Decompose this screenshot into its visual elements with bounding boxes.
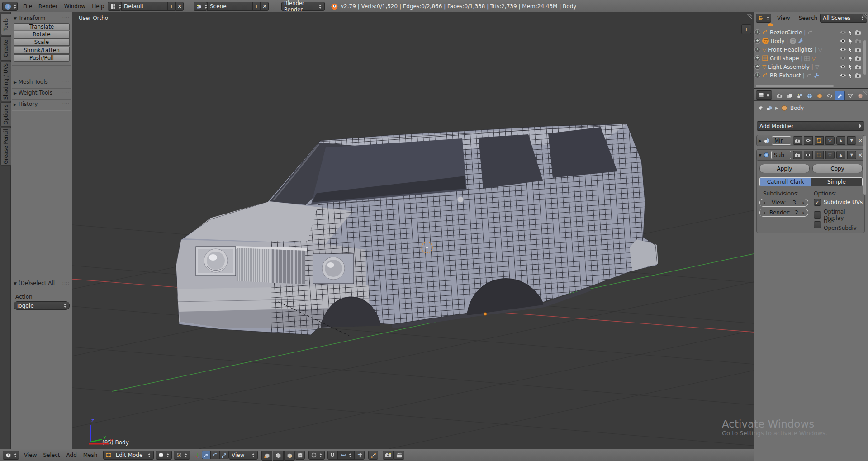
selectability-cursor-icon[interactable] bbox=[848, 38, 853, 44]
viewport-menu-mesh[interactable]: Mesh bbox=[80, 449, 101, 461]
modifier-move-down-button[interactable]: ▼ bbox=[847, 151, 856, 159]
viewport-3d[interactable]: User Ortho (85) Body z y x + bbox=[72, 12, 754, 449]
catmull-clark-button[interactable]: Catmull-Clark bbox=[760, 178, 811, 186]
mesh-tools-panel-header[interactable]: ▶ Mesh Tools :::: bbox=[14, 78, 70, 86]
object-context-icon[interactable] bbox=[766, 105, 773, 111]
outliner-row-light-assembly[interactable]: + ▽ Light Assembly | ▽ bbox=[754, 62, 861, 71]
render-engine-selector[interactable]: Blender Render bbox=[281, 2, 325, 11]
panel-grip-icon[interactable]: :::: bbox=[62, 90, 70, 95]
shelf-tab-grease-pencil[interactable]: Grease Pencil bbox=[0, 128, 11, 166]
modifier-cage-toggle[interactable]: ▽ bbox=[825, 136, 835, 145]
visibility-eye-icon[interactable] bbox=[840, 47, 846, 52]
object-name[interactable]: BezierCircle bbox=[770, 29, 802, 36]
renderability-camera-icon[interactable] bbox=[854, 64, 861, 70]
tab-world[interactable] bbox=[805, 91, 814, 100]
subdivide-uvs-checkbox[interactable]: ✓ bbox=[814, 199, 821, 206]
outliner-display-mode[interactable]: All Scenes bbox=[820, 14, 867, 23]
action-dropdown[interactable]: Toggle bbox=[14, 301, 70, 310]
viewport-menu-view[interactable]: View bbox=[21, 449, 40, 461]
expand-icon[interactable]: + bbox=[754, 47, 760, 52]
render-subdivisions-field[interactable]: ◂ Render: 2 ▸ bbox=[759, 209, 808, 217]
panel-grip-icon[interactable]: :::: bbox=[62, 80, 70, 84]
modifier-cage-toggle[interactable]: ▽ bbox=[825, 151, 835, 159]
viewport-shading-dropdown[interactable] bbox=[156, 451, 172, 460]
visibility-eye-icon[interactable] bbox=[840, 73, 846, 78]
use-opensubdiv-checkbox[interactable] bbox=[814, 221, 821, 228]
menu-file[interactable]: File bbox=[20, 0, 35, 12]
editor-type-info[interactable]: i bbox=[2, 2, 18, 11]
visibility-eye-icon[interactable] bbox=[840, 56, 846, 61]
transform-orientation-dropdown[interactable]: View bbox=[229, 451, 258, 460]
selectability-cursor-icon[interactable] bbox=[848, 72, 853, 79]
object-name[interactable]: Grill shape bbox=[770, 55, 799, 62]
snap-target-button[interactable] bbox=[355, 451, 365, 460]
object-name[interactable]: RR Exhaust bbox=[770, 72, 801, 79]
delete-scene-button[interactable]: ✕ bbox=[261, 2, 269, 11]
menu-help[interactable]: Help bbox=[89, 0, 107, 12]
outliner-resize-grip[interactable] bbox=[861, 13, 868, 20]
renderability-camera-icon[interactable] bbox=[854, 30, 861, 35]
tab-object[interactable] bbox=[815, 91, 824, 100]
viewport-menu-select[interactable]: Select bbox=[40, 449, 63, 461]
modifier-editmode-toggle[interactable] bbox=[815, 151, 824, 159]
outliner-row-rr-exhaust[interactable]: + RR Exhaust | bbox=[754, 71, 861, 80]
manipulator-axes-icon[interactable] bbox=[194, 451, 202, 459]
renderability-camera-icon[interactable] bbox=[854, 38, 861, 44]
tab-constraints[interactable] bbox=[825, 91, 834, 100]
outliner-row-front-headlights[interactable]: + ▽ Front Headlights | ▽ bbox=[754, 45, 861, 54]
scale-button[interactable]: Scale bbox=[14, 38, 70, 46]
tab-modifiers[interactable] bbox=[835, 91, 845, 100]
shelf-tab-tools[interactable]: Tools bbox=[0, 14, 11, 35]
edge-select-button[interactable] bbox=[273, 451, 284, 461]
face-select-button[interactable] bbox=[284, 451, 295, 461]
subsurf-modifier-header[interactable]: ▼ Sub ▽ ▲ ▼ ✕ bbox=[756, 149, 865, 161]
panel-grip-icon[interactable]: :::: bbox=[62, 102, 70, 106]
rotate-manipulator-button[interactable] bbox=[211, 451, 220, 459]
snap-toggle-button[interactable] bbox=[327, 451, 337, 460]
object-name[interactable]: Body bbox=[771, 38, 784, 44]
mode-dropdown[interactable]: Edit Mode bbox=[103, 451, 154, 460]
modifier-name-field[interactable]: Sub bbox=[771, 151, 791, 159]
tab-render[interactable] bbox=[775, 91, 784, 100]
add-modifier-dropdown[interactable]: Add Modifier bbox=[757, 121, 864, 131]
add-scene-button[interactable]: + bbox=[252, 2, 261, 11]
delete-layout-button[interactable]: ✕ bbox=[175, 2, 184, 11]
opengl-render-animation-button[interactable] bbox=[394, 451, 404, 460]
limit-selection-to-visible-button[interactable] bbox=[295, 451, 305, 460]
selectability-cursor-icon[interactable] bbox=[848, 55, 853, 62]
tab-scene[interactable] bbox=[795, 91, 804, 100]
viewport-editor-type[interactable] bbox=[3, 451, 19, 460]
selectability-cursor-icon[interactable] bbox=[848, 29, 853, 36]
modifier-move-up-button[interactable]: ▲ bbox=[836, 136, 845, 145]
expand-icon[interactable]: + bbox=[754, 72, 760, 78]
expand-icon[interactable]: + bbox=[754, 64, 760, 70]
outliner-vertical-scrollbar[interactable] bbox=[863, 40, 866, 75]
snap-element-dropdown[interactable] bbox=[337, 451, 355, 460]
push-pull-button[interactable]: Push/Pull bbox=[14, 54, 70, 62]
view-subdivisions-field[interactable]: ◂ View: 3 ▸ bbox=[759, 199, 808, 207]
tab-render-layers[interactable] bbox=[785, 91, 794, 100]
translate-button[interactable]: Translate bbox=[14, 23, 70, 30]
outliner-horizontal-scrollbar[interactable] bbox=[756, 85, 834, 87]
properties-editor-type[interactable] bbox=[756, 90, 772, 100]
renderability-camera-icon[interactable] bbox=[854, 56, 861, 61]
menu-window[interactable]: Window bbox=[61, 0, 89, 12]
add-layout-button[interactable]: + bbox=[167, 2, 175, 11]
outliner-search-menu[interactable]: Search bbox=[796, 14, 821, 23]
history-panel-header[interactable]: ▶ History :::: bbox=[14, 100, 70, 108]
renderability-camera-icon[interactable] bbox=[854, 47, 861, 52]
visibility-eye-icon[interactable] bbox=[840, 30, 846, 35]
optimal-display-checkbox[interactable] bbox=[814, 211, 821, 219]
outliner-editor-type[interactable] bbox=[756, 14, 771, 23]
simple-button[interactable]: Simple bbox=[811, 178, 862, 186]
weight-tools-panel-header[interactable]: ▶ Weight Tools :::: bbox=[14, 89, 70, 96]
outliner-row-beziercircle[interactable]: + BezierCircle | bbox=[754, 28, 861, 37]
modifier-move-up-button[interactable]: ▲ bbox=[836, 151, 845, 159]
expand-icon[interactable]: + bbox=[754, 38, 760, 44]
expand-properties-region-button[interactable]: + bbox=[741, 24, 751, 34]
layout-name-field[interactable]: Default bbox=[121, 2, 167, 11]
object-name[interactable]: Light Assembly bbox=[768, 64, 810, 70]
modifier-render-toggle[interactable] bbox=[793, 136, 802, 145]
deselect-all-panel-header[interactable]: ▼ (De)select All :::: bbox=[14, 280, 70, 287]
selectability-cursor-icon[interactable] bbox=[848, 47, 853, 53]
